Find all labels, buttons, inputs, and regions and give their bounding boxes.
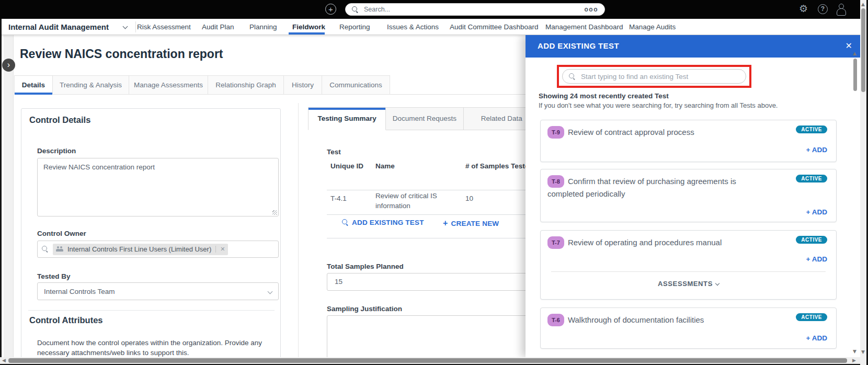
- close-icon[interactable]: ✕: [846, 41, 852, 51]
- test-card[interactable]: T-8Confirm that review of purchasing agr…: [540, 169, 837, 222]
- page-scrollbar-vertical[interactable]: ▲ ▼: [860, 0, 866, 365]
- table-line: [327, 190, 540, 190]
- add-existing-test-panel: ADD EXISTING TEST ✕ Showing 24 most rece…: [526, 35, 860, 357]
- scrollbar-thumb[interactable]: [8, 358, 847, 363]
- sampling-justification-label: Sampling Justification: [327, 305, 402, 313]
- page-scrollbar-horizontal[interactable]: ◀ ▶: [0, 357, 860, 364]
- total-samples-input[interactable]: 15: [327, 273, 540, 291]
- test-id-badge: T-6: [547, 314, 564, 326]
- section-divider: [327, 238, 540, 238]
- primary-nav: Internal Audit Management Risk Assessmen…: [2, 19, 860, 35]
- tab-trending-analysis[interactable]: Trending & Analysis: [53, 75, 129, 95]
- tab-testing-summary[interactable]: Testing Summary: [308, 107, 386, 130]
- tab-relationship-graph[interactable]: Relationship Graph: [208, 75, 284, 95]
- add-test-button[interactable]: + ADD: [806, 146, 827, 154]
- scroll-up-icon[interactable]: ▲: [861, 2, 865, 7]
- add-existing-test-label: ADD EXISTING TEST: [352, 219, 424, 226]
- add-test-button[interactable]: + ADD: [806, 334, 827, 342]
- testing-summary-section: Testing Summary Document Requests Relate…: [308, 107, 540, 357]
- nav-item-audit-committee-dashboard[interactable]: Audit Committee Dashboard: [450, 19, 539, 35]
- search-icon: [352, 6, 359, 13]
- control-owner-field[interactable]: Internal Controls First Line Users (Limi…: [37, 241, 279, 258]
- remove-chip-icon[interactable]: ✕: [215, 246, 225, 253]
- add-test-button[interactable]: + ADD: [806, 255, 827, 263]
- tested-by-select[interactable]: Internal Controls Team: [37, 282, 279, 300]
- test-row-name: Review of critical IS information: [375, 191, 464, 211]
- test-id-badge: T-8: [547, 175, 564, 188]
- create-new-test-button[interactable]: + CREATE NEW: [443, 219, 499, 228]
- scroll-left-icon[interactable]: ◀: [2, 358, 6, 363]
- nav-item-audit-plan[interactable]: Audit Plan: [202, 19, 234, 35]
- nav-item-planning[interactable]: Planning: [249, 19, 277, 35]
- total-samples-label: Total Samples Planned: [327, 263, 404, 270]
- expand-sidebar-button[interactable]: ›: [2, 59, 15, 72]
- people-icon: [56, 246, 64, 253]
- control-owner-chip[interactable]: Internal Controls First Line Users (Limi…: [53, 244, 228, 255]
- user-profile-icon[interactable]: [836, 4, 847, 16]
- nav-item-manage-audits[interactable]: Manage Audits: [629, 19, 676, 35]
- help-icon[interactable]: ?: [818, 4, 828, 14]
- control-owner-label: Control Owner: [37, 230, 86, 237]
- column-divider: [298, 103, 299, 357]
- scroll-down-icon[interactable]: ▼: [861, 350, 865, 355]
- global-search-input[interactable]: [363, 5, 585, 14]
- search-icon: [569, 73, 576, 80]
- test-id-badge: T-9: [547, 126, 564, 139]
- panel-search-input[interactable]: [580, 72, 739, 81]
- search-hint-text: If you don't see what you were searching…: [539, 101, 778, 109]
- showing-count-text: Showing 24 most recently created Test: [539, 92, 669, 100]
- scroll-right-icon[interactable]: ▶: [852, 358, 856, 363]
- nav-item-management-dashboard[interactable]: Management Dashboard: [545, 19, 623, 35]
- tab-manage-assessments[interactable]: Manage Assessments: [129, 75, 208, 95]
- col-samples-tested: # of Samples Tested: [465, 162, 533, 170]
- scroll-down-icon[interactable]: ▼: [853, 349, 856, 354]
- tab-document-requests[interactable]: Document Requests: [386, 107, 463, 130]
- nav-item-risk-assessment[interactable]: Risk Assessment: [137, 19, 191, 35]
- testing-tabs: Testing Summary Document Requests Relate…: [308, 107, 540, 130]
- description-field[interactable]: Review NAICS concentration report: [37, 158, 279, 216]
- test-title: Review of contract approval process: [568, 128, 694, 136]
- control-attributes-heading: Control Attributes: [29, 315, 103, 325]
- main-content: › Review NAICS concentration report Deta…: [2, 35, 860, 357]
- create-new-icon[interactable]: +: [325, 4, 336, 15]
- test-card[interactable]: T-7Review of operating and procedures ma…: [540, 230, 837, 300]
- scroll-up-icon[interactable]: ▲: [853, 51, 856, 56]
- scrollbar-thumb[interactable]: [861, 8, 865, 92]
- tested-by-value: Internal Controls Team: [44, 288, 268, 295]
- add-test-button[interactable]: + ADD: [806, 208, 827, 216]
- tab-communications[interactable]: Communications: [322, 75, 390, 95]
- tab-history[interactable]: History: [284, 75, 322, 95]
- panel-search-field[interactable]: [562, 69, 746, 84]
- gear-icon[interactable]: ⚙: [799, 3, 808, 14]
- table-line: [327, 214, 540, 215]
- resize-handle-icon[interactable]: [272, 210, 277, 215]
- panel-header: ADD EXISTING TEST ✕: [526, 35, 860, 58]
- chevron-down-icon: [715, 281, 719, 286]
- test-title: Confirm that review of purchasing agreem…: [547, 177, 736, 198]
- scrollbar-thumb[interactable]: [853, 59, 857, 91]
- assessments-toggle[interactable]: ASSESSMENTS: [541, 280, 836, 288]
- section-divider: [28, 310, 275, 311]
- record-tabs: Details Trending & Analysis Manage Asses…: [14, 75, 528, 95]
- global-search[interactable]: ooo: [345, 3, 605, 16]
- sampling-justification-textarea[interactable]: [327, 315, 540, 357]
- page-title: Review NAICS concentration report: [20, 47, 223, 61]
- status-badge: ACTIVE: [796, 175, 827, 182]
- test-card[interactable]: T-6Walkthrough of documentation faciliti…: [540, 307, 837, 349]
- test-card[interactable]: T-9Review of contract approval process A…: [540, 120, 837, 162]
- col-name: Name: [375, 162, 395, 170]
- panel-scrollbar[interactable]: ▲ ▼: [852, 35, 858, 357]
- app-switcher[interactable]: Internal Audit Management: [8, 19, 109, 35]
- add-existing-test-button[interactable]: ADD EXISTING TEST: [342, 219, 424, 226]
- test-title: Walkthrough of documentation facilities: [568, 315, 704, 324]
- search-icon: [342, 219, 349, 226]
- person-icon: [836, 4, 847, 14]
- tab-details[interactable]: Details: [14, 75, 53, 95]
- description-value: Review NAICS concentration report: [43, 163, 155, 171]
- card-divider: [551, 271, 826, 272]
- search-options-icon[interactable]: ooo: [585, 6, 599, 13]
- nav-item-issues-actions[interactable]: Issues & Actions: [387, 19, 439, 35]
- status-badge: ACTIVE: [796, 126, 827, 133]
- test-title: Review of operating and procedures manua…: [568, 238, 722, 247]
- nav-item-reporting[interactable]: Reporting: [339, 19, 370, 35]
